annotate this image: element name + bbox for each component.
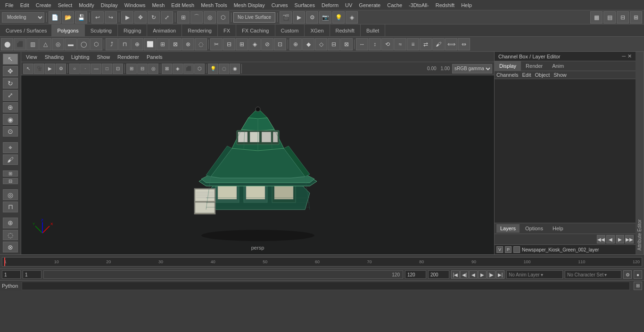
combine-btn[interactable]: ⊞: [157, 38, 169, 50]
collapse-btn[interactable]: ◇: [315, 38, 327, 50]
rotate-tool[interactable]: ↻: [3, 78, 18, 89]
layout-btn1[interactable]: ▦: [590, 11, 603, 24]
cb-tab-anim[interactable]: Anim: [547, 61, 569, 71]
layer-playback-btn[interactable]: P: [505, 246, 512, 253]
sculpt-tool[interactable]: ⊕: [3, 218, 18, 228]
go-start-btn[interactable]: |◀: [451, 270, 460, 279]
menu-uv[interactable]: UV: [342, 1, 355, 9]
layer-tab-options[interactable]: Options: [521, 224, 547, 233]
layer-visibility-btn[interactable]: V: [496, 246, 503, 253]
separate-btn[interactable]: ⊠: [169, 38, 182, 50]
undo-btn[interactable]: ↩: [91, 11, 104, 24]
tab-rendering[interactable]: Rendering: [182, 24, 218, 37]
tab-redshift[interactable]: Redshift: [330, 24, 361, 37]
bevel-btn[interactable]: ◈: [248, 38, 261, 50]
menu-create[interactable]: Create: [33, 1, 55, 9]
vp-isolate[interactable]: ◎: [148, 64, 158, 74]
snap-point-btn[interactable]: ◎: [204, 11, 216, 24]
scale-tool[interactable]: ⤢: [3, 90, 18, 101]
menu-mesh-tools[interactable]: Mesh Tools: [198, 1, 230, 9]
layer-tab-display[interactable]: Layers: [496, 224, 520, 233]
layout-btn4[interactable]: ⊞: [630, 11, 642, 24]
menu-modify[interactable]: Modify: [75, 1, 97, 9]
menu-generate[interactable]: Generate: [355, 1, 384, 9]
mirror-btn[interactable]: ⇔: [458, 38, 470, 50]
auto-key-btn[interactable]: ●: [634, 270, 642, 279]
workspace-selector[interactable]: Modeling: [2, 12, 44, 23]
select-tool[interactable]: ↖: [3, 54, 18, 65]
merge-btn[interactable]: ⊕: [289, 38, 302, 50]
menu-display[interactable]: Display: [98, 1, 121, 9]
cb-tab-display[interactable]: Display: [495, 61, 521, 71]
paint-select[interactable]: 🖌: [3, 154, 18, 165]
vp-render-btn[interactable]: ▶: [45, 64, 55, 74]
step-fwd-btn[interactable]: |▶: [487, 270, 495, 279]
rotate-btn[interactable]: ↻: [148, 11, 160, 24]
play-fwd-btn[interactable]: ▶: [478, 270, 487, 279]
render-btn[interactable]: 🎬: [280, 11, 292, 24]
connect-tool-left[interactable]: ⊓: [3, 202, 18, 212]
scale-btn[interactable]: ⤢: [161, 11, 173, 24]
sphere-btn[interactable]: ⬤: [1, 38, 13, 50]
vp-menu-view[interactable]: View: [24, 53, 39, 61]
layer-end-btn[interactable]: ▶▶: [625, 235, 634, 243]
disk-btn[interactable]: ◯: [77, 38, 90, 50]
layer-tab-help[interactable]: Help: [549, 224, 567, 233]
flip-btn[interactable]: ↔: [356, 38, 368, 50]
comp-select-1[interactable]: ⊞: [3, 170, 18, 177]
settings-btn[interactable]: ⚙: [623, 270, 632, 279]
range-end-2[interactable]: [428, 270, 449, 279]
menu-cache[interactable]: Cache: [384, 1, 405, 9]
grab-tool[interactable]: ⊗: [3, 242, 18, 252]
tab-custom[interactable]: Custom: [275, 24, 305, 37]
fill-hole-btn[interactable]: ⬜: [144, 38, 156, 50]
char-set-field[interactable]: No Character Set ▾: [565, 270, 621, 279]
smooth-btn[interactable]: ◌: [195, 38, 207, 50]
menu-deform[interactable]: Deform: [318, 1, 342, 9]
cb-tab-render[interactable]: Render: [521, 61, 547, 71]
vp-menu-btn[interactable]: ⚙: [56, 64, 66, 74]
render-settings-btn[interactable]: ⚙: [306, 11, 318, 24]
vp-menu-panels[interactable]: Panels: [145, 53, 165, 61]
cylinder-btn[interactable]: ▥: [26, 38, 39, 50]
vp-lighting-mode[interactable]: 💡: [208, 64, 218, 74]
channel-box-close[interactable]: ✕: [627, 53, 632, 59]
vp-select-mode[interactable]: ↖: [23, 64, 33, 74]
hypershade-btn[interactable]: ◈: [346, 11, 358, 24]
menu-file[interactable]: File: [2, 1, 17, 9]
append-btn[interactable]: ⊕: [131, 38, 143, 50]
time-ruler[interactable]: 1 10 20 30 40 50 60 70 80 90 100 110 120: [2, 257, 642, 267]
comp-select-2[interactable]: ⊟: [3, 178, 18, 184]
go-end-btn[interactable]: ▶|: [496, 270, 504, 279]
harden-btn[interactable]: ≡: [407, 38, 419, 50]
layer-fwd-btn[interactable]: ▶: [616, 235, 624, 243]
channel-box-minimize[interactable]: ─: [622, 53, 626, 59]
universal-manip[interactable]: ⊕: [3, 102, 18, 113]
vp-menu-renderer[interactable]: Renderer: [116, 53, 141, 61]
python-input[interactable]: [22, 282, 630, 290]
relax-tool[interactable]: ◌: [3, 230, 18, 241]
anim-layer-dropdown[interactable]: ▾: [541, 272, 543, 277]
move-tool[interactable]: ✥: [3, 66, 18, 77]
lasso-tool[interactable]: ⌖: [3, 142, 18, 153]
vp-shadow[interactable]: ◌: [219, 64, 229, 74]
tab-fx[interactable]: FX: [218, 24, 236, 37]
sym-btn[interactable]: ⟺: [445, 38, 457, 50]
menu-mesh[interactable]: Mesh: [149, 1, 168, 9]
menu-windows[interactable]: Windows: [121, 1, 149, 9]
viewport-3d[interactable]: persp X Y Z: [21, 75, 494, 254]
select-mode-btn[interactable]: ▶: [121, 11, 133, 24]
snap-pts-tool[interactable]: ◎: [3, 189, 18, 200]
bridge-btn[interactable]: ⊓: [118, 38, 131, 50]
cb-channels-menu[interactable]: Channels: [496, 72, 518, 78]
offset-edge-btn[interactable]: ⊞: [236, 38, 248, 50]
menu-redshift[interactable]: Redshift: [432, 1, 458, 9]
tab-fx-caching[interactable]: FX Caching: [236, 24, 275, 37]
cb-edit-menu[interactable]: Edit: [522, 72, 531, 78]
gamma-selector[interactable]: sRGB gamma: [452, 64, 492, 73]
layer-color-swatch[interactable]: [513, 246, 520, 253]
open-file-btn[interactable]: 📂: [62, 11, 74, 24]
camera-btn[interactable]: 📷: [319, 11, 331, 24]
light-btn[interactable]: 💡: [332, 11, 345, 24]
menu-3dtoall[interactable]: -3DtoAll-: [405, 1, 432, 9]
